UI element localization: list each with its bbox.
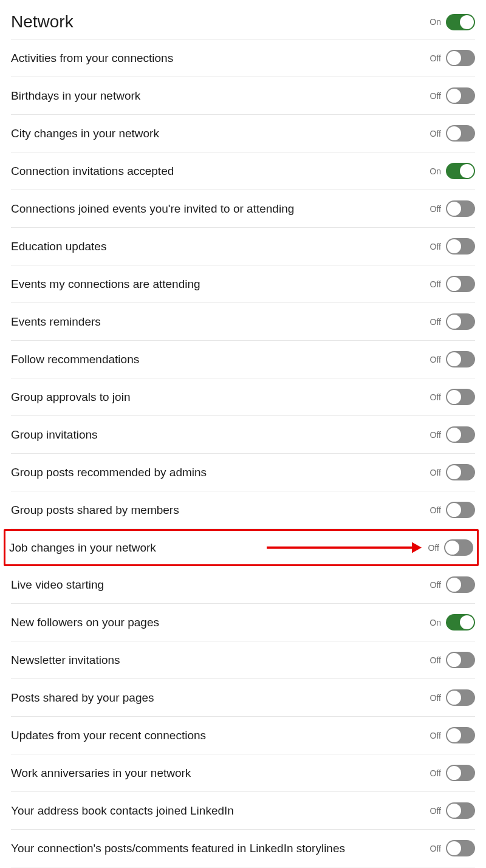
toggle-state-label: Off xyxy=(430,580,441,590)
toggle-group-invitations[interactable] xyxy=(446,426,475,443)
toggle-state-label: Off xyxy=(430,53,441,63)
setting-row-connection-posts-storylines: Your connection's posts/comments feature… xyxy=(11,830,475,867)
setting-label: Events my connections are attending xyxy=(11,278,200,291)
toggle-group-approvals[interactable] xyxy=(446,389,475,405)
setting-control: On xyxy=(430,163,475,179)
toggle-connection-posts-storylines[interactable] xyxy=(446,840,475,856)
setting-control: On xyxy=(430,614,475,630)
toggle-events-reminders[interactable] xyxy=(446,313,475,330)
setting-label: Connection invitations accepted xyxy=(11,165,174,178)
toggle-state-label: Off xyxy=(430,806,441,816)
toggle-connections-joined-events[interactable] xyxy=(446,200,475,217)
setting-control: Off xyxy=(430,502,475,518)
section-toggle-state-label: On xyxy=(430,17,441,27)
toggle-updates-recent-connections[interactable] xyxy=(446,727,475,743)
setting-row-education-updates: Education updatesOff xyxy=(11,228,475,265)
setting-label: Newsletter invitations xyxy=(11,654,120,667)
toggle-state-label: Off xyxy=(430,355,441,364)
setting-row-newsletter-invitations: Newsletter invitationsOff xyxy=(11,641,475,679)
setting-label: Group posts recommended by admins xyxy=(11,466,207,479)
toggle-group-posts-admins[interactable] xyxy=(446,464,475,480)
toggle-address-book-joined[interactable] xyxy=(446,802,475,819)
toggle-state-label: Off xyxy=(430,279,441,289)
section-title: Network xyxy=(11,12,74,32)
setting-control: Off xyxy=(430,765,475,781)
toggle-connection-invitations-accepted[interactable] xyxy=(446,163,475,179)
setting-control: Off xyxy=(428,539,473,556)
setting-control: Off xyxy=(430,200,475,217)
setting-row-address-book-joined: Your address book contacts joined Linked… xyxy=(11,792,475,830)
setting-row-group-invitations: Group invitationsOff xyxy=(11,416,475,454)
toggle-education-updates[interactable] xyxy=(446,238,475,255)
toggle-state-label: Off xyxy=(430,468,441,477)
setting-row-connection-invitations-accepted: Connection invitations acceptedOn xyxy=(11,152,475,190)
setting-label: Group invitations xyxy=(11,428,98,442)
toggle-state-label: Off xyxy=(428,543,439,553)
toggle-state-label: Off xyxy=(430,844,441,853)
toggle-posts-shared-pages[interactable] xyxy=(446,689,475,706)
setting-label: Connections joined events you're invited… xyxy=(11,202,294,216)
setting-control: Off xyxy=(430,840,475,856)
setting-label: Follow recommendations xyxy=(11,353,139,366)
toggle-state-label: On xyxy=(430,618,441,627)
setting-control: Off xyxy=(430,125,475,142)
setting-row-group-posts-admins: Group posts recommended by adminsOff xyxy=(11,454,475,491)
setting-row-posts-shared-pages: Posts shared by your pagesOff xyxy=(11,679,475,717)
toggle-state-label: Off xyxy=(430,242,441,251)
setting-control: Off xyxy=(430,313,475,330)
setting-label: Your connection's posts/comments feature… xyxy=(11,842,345,855)
toggle-work-anniversaries[interactable] xyxy=(446,765,475,781)
toggle-state-label: Off xyxy=(430,731,441,740)
toggle-new-followers-pages[interactable] xyxy=(446,614,475,630)
setting-label: Updates from your recent connections xyxy=(11,729,206,742)
setting-label: Group approvals to join xyxy=(11,391,130,404)
setting-label: City changes in your network xyxy=(11,127,159,140)
setting-label: Birthdays in your network xyxy=(11,89,140,103)
setting-control: Off xyxy=(430,576,475,593)
section-toggle-control: On xyxy=(430,14,475,30)
setting-row-city-changes: City changes in your networkOff xyxy=(11,115,475,152)
section-toggle[interactable] xyxy=(446,14,475,30)
setting-control: Off xyxy=(430,652,475,668)
toggle-follow-recommendations[interactable] xyxy=(446,351,475,367)
setting-row-group-approvals: Group approvals to joinOff xyxy=(11,378,475,416)
setting-label: Job changes in your network xyxy=(9,541,156,555)
section-header-row: Network On xyxy=(11,6,475,39)
setting-label: Activities from your connections xyxy=(11,52,173,65)
toggle-state-label: Off xyxy=(430,317,441,327)
toggle-state-label: Off xyxy=(430,430,441,440)
setting-control: Off xyxy=(430,238,475,255)
setting-label: Live video starting xyxy=(11,578,104,592)
toggle-city-changes[interactable] xyxy=(446,125,475,142)
setting-label: New followers on your pages xyxy=(11,616,159,629)
setting-row-events-reminders: Events remindersOff xyxy=(11,303,475,341)
setting-row-birthdays: Birthdays in your networkOff xyxy=(11,77,475,115)
setting-control: Off xyxy=(430,689,475,706)
setting-label: Group posts shared by members xyxy=(11,504,179,517)
setting-control: Off xyxy=(430,389,475,405)
toggle-events-connections-attending[interactable] xyxy=(446,276,475,292)
setting-row-group-posts-members: Group posts shared by membersOff xyxy=(11,491,475,529)
settings-list: Network On Activities from your connecti… xyxy=(0,0,486,868)
toggle-activities-connections[interactable] xyxy=(446,50,475,66)
setting-control: Off xyxy=(430,727,475,743)
setting-label: Posts shared by your pages xyxy=(11,691,154,705)
toggle-group-posts-members[interactable] xyxy=(446,502,475,518)
setting-label: Work anniversaries in your network xyxy=(11,767,191,780)
toggle-newsletter-invitations[interactable] xyxy=(446,652,475,668)
toggle-state-label: Off xyxy=(430,204,441,214)
setting-row-live-video: Live video startingOff xyxy=(11,566,475,604)
setting-control: Off xyxy=(430,87,475,104)
setting-control: Off xyxy=(430,50,475,66)
setting-control: Off xyxy=(430,802,475,819)
setting-control: Off xyxy=(430,276,475,292)
toggle-state-label: On xyxy=(430,166,441,176)
setting-row-follow-recommendations: Follow recommendationsOff xyxy=(11,341,475,378)
toggle-job-changes[interactable] xyxy=(444,539,473,556)
setting-control: Off xyxy=(430,426,475,443)
toggle-live-video[interactable] xyxy=(446,576,475,593)
setting-row-job-changes: Job changes in your networkOff xyxy=(4,529,479,566)
setting-row-work-anniversaries: Work anniversaries in your networkOff xyxy=(11,754,475,792)
annotation-arrow xyxy=(267,542,422,553)
toggle-birthdays[interactable] xyxy=(446,87,475,104)
